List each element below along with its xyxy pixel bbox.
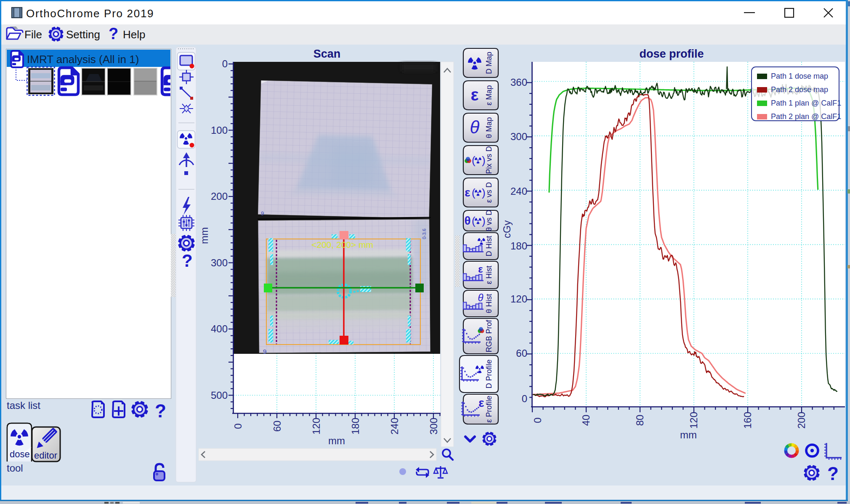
svg-text:60: 60 xyxy=(516,347,527,359)
svg-text:?: ? xyxy=(155,401,166,421)
svg-text:mm: mm xyxy=(328,435,345,446)
svg-text:θ Hist: θ Hist xyxy=(485,294,493,313)
svg-text:ε: ε xyxy=(465,186,470,199)
svg-text:120: 120 xyxy=(510,293,527,305)
svg-text:editor: editor xyxy=(34,450,57,461)
svg-text:ε: ε xyxy=(478,396,484,409)
svg-text:80: 80 xyxy=(634,415,645,426)
svg-text:ε Map: ε Map xyxy=(485,85,493,105)
svg-text:Path 2 plan @ CalF1: Path 2 plan @ CalF1 xyxy=(771,112,841,121)
svg-text:Path 1 dose map: Path 1 dose map xyxy=(771,72,828,80)
svg-text:500: 500 xyxy=(211,390,228,401)
svg-text:300: 300 xyxy=(211,257,228,268)
svg-text:IMRT analysis (All in 1): IMRT analysis (All in 1) xyxy=(27,53,139,66)
svg-text:40: 40 xyxy=(580,415,592,426)
svg-text:200: 200 xyxy=(211,191,228,202)
svg-text:dose: dose xyxy=(10,449,30,459)
svg-text:0-3.6: 0-3.6 xyxy=(422,228,427,239)
svg-text:240: 240 xyxy=(389,418,400,435)
svg-text:?: ? xyxy=(109,25,118,42)
svg-text:200: 200 xyxy=(796,412,807,429)
svg-text:θ vs D: θ vs D xyxy=(485,210,493,231)
svg-text:Help: Help xyxy=(123,28,145,41)
svg-text:Setting: Setting xyxy=(66,28,100,41)
svg-text:mm: mm xyxy=(199,227,210,244)
svg-text:): ) xyxy=(482,186,486,199)
svg-text:60: 60 xyxy=(271,421,283,432)
svg-text:0: 0 xyxy=(522,393,527,404)
svg-text:D Profile: D Profile xyxy=(485,359,493,388)
svg-text:ε Hist: ε Hist xyxy=(485,265,493,284)
svg-text:tool: tool xyxy=(7,462,23,474)
svg-text:D Hist: D Hist xyxy=(485,236,493,257)
svg-text:dose profile: dose profile xyxy=(639,48,704,60)
svg-text:θ: θ xyxy=(464,214,470,227)
svg-text:θ: θ xyxy=(470,117,480,137)
svg-text:9: 9 xyxy=(263,348,266,355)
svg-text:(: ( xyxy=(472,215,475,227)
svg-text:ε: ε xyxy=(478,263,483,275)
svg-text:0: 0 xyxy=(532,417,543,423)
svg-text:120: 120 xyxy=(311,418,322,435)
svg-text:120: 120 xyxy=(688,412,699,429)
svg-text:OrthoChrome Pro 2019: OrthoChrome Pro 2019 xyxy=(26,7,154,20)
svg-text:File: File xyxy=(24,28,42,41)
svg-text:task list: task list xyxy=(7,400,40,411)
svg-text:cGy: cGy xyxy=(501,220,513,239)
svg-text:): ) xyxy=(482,215,486,227)
svg-text:RGB Prof: RGB Prof xyxy=(485,319,493,352)
svg-text:160: 160 xyxy=(742,412,753,429)
svg-text:180: 180 xyxy=(510,240,527,252)
svg-text:ε Profile: ε Profile xyxy=(485,395,493,422)
svg-text:Pix vs D: Pix vs D xyxy=(485,146,493,174)
svg-text:D Map: D Map xyxy=(485,52,493,74)
svg-text:ε: ε xyxy=(471,85,479,104)
svg-text:θ: θ xyxy=(478,292,483,303)
svg-text:θ Map: θ Map xyxy=(485,117,493,138)
svg-text:Scan: Scan xyxy=(313,48,341,60)
svg-text:ε vs D: ε vs D xyxy=(485,182,493,203)
svg-text:400: 400 xyxy=(211,323,228,334)
svg-text:360: 360 xyxy=(510,77,527,88)
svg-text:?: ? xyxy=(827,463,839,484)
svg-text:100: 100 xyxy=(211,125,228,136)
svg-text:240: 240 xyxy=(510,186,527,197)
svg-text:(: ( xyxy=(472,186,475,199)
svg-text:<200, 200> mm: <200, 200> mm xyxy=(311,240,373,249)
svg-text:9: 9 xyxy=(261,210,264,217)
svg-text:Path 1 plan @ CalF1: Path 1 plan @ CalF1 xyxy=(771,99,841,107)
svg-text:mm: mm xyxy=(680,429,697,440)
svg-text:?: ? xyxy=(182,251,193,271)
svg-text:Path 2 dose map: Path 2 dose map xyxy=(771,85,828,94)
svg-text:): ) xyxy=(482,154,486,167)
svg-text:0: 0 xyxy=(222,58,228,69)
svg-text:180: 180 xyxy=(350,418,361,435)
svg-text:(: ( xyxy=(472,154,475,167)
svg-text:300: 300 xyxy=(428,418,439,435)
svg-text:0: 0 xyxy=(232,423,244,429)
svg-text:300: 300 xyxy=(510,131,527,142)
